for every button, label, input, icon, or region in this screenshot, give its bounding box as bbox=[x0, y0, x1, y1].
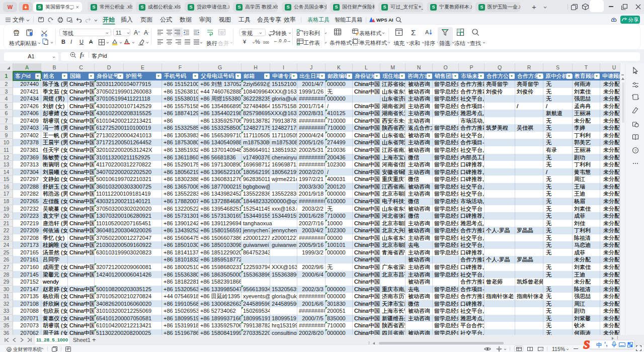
svg-text:W: W bbox=[8, 4, 13, 10]
svg-text:?: ? bbox=[634, 148, 637, 153]
svg-text:A: A bbox=[425, 29, 429, 35]
svg-text:@: @ bbox=[8, 347, 11, 351]
